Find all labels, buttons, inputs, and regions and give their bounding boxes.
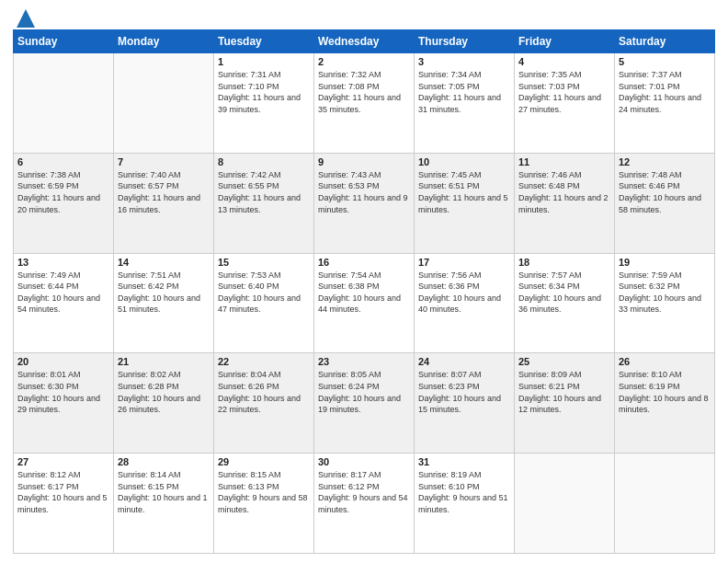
logo-arrow-icon	[15, 9, 35, 28]
day-info: Sunrise: 7:40 AM Sunset: 6:57 PM Dayligh…	[118, 169, 210, 215]
logo	[13, 9, 35, 24]
col-sunday: Sunday	[14, 30, 114, 53]
day-number: 29	[218, 456, 310, 467]
day-info: Sunrise: 8:02 AM Sunset: 6:28 PM Dayligh…	[118, 369, 210, 415]
day-info: Sunrise: 8:19 AM Sunset: 6:10 PM Dayligh…	[418, 469, 510, 515]
day-number: 5	[619, 56, 711, 67]
day-info: Sunrise: 8:01 AM Sunset: 6:30 PM Dayligh…	[17, 369, 109, 415]
col-friday: Friday	[515, 30, 615, 53]
day-number: 28	[118, 456, 210, 467]
day-number: 17	[418, 257, 510, 268]
day-number: 22	[218, 356, 310, 367]
day-number: 27	[17, 456, 109, 467]
day-info: Sunrise: 8:14 AM Sunset: 6:15 PM Dayligh…	[118, 469, 210, 515]
table-row: 4Sunrise: 7:35 AM Sunset: 7:03 PM Daylig…	[515, 53, 615, 154]
day-info: Sunrise: 7:48 AM Sunset: 6:46 PM Dayligh…	[619, 169, 711, 215]
table-row: 11Sunrise: 7:46 AM Sunset: 6:48 PM Dayli…	[515, 153, 615, 253]
col-tuesday: Tuesday	[214, 30, 314, 53]
day-info: Sunrise: 7:37 AM Sunset: 7:01 PM Dayligh…	[619, 69, 711, 115]
table-row: 1Sunrise: 7:31 AM Sunset: 7:10 PM Daylig…	[214, 53, 314, 154]
day-info: Sunrise: 8:10 AM Sunset: 6:19 PM Dayligh…	[619, 369, 711, 415]
table-row: 24Sunrise: 8:07 AM Sunset: 6:23 PM Dayli…	[415, 353, 515, 454]
calendar-page: Sunday Monday Tuesday Wednesday Thursday…	[0, 0, 728, 563]
day-info: Sunrise: 7:54 AM Sunset: 6:38 PM Dayligh…	[318, 270, 410, 316]
table-row	[615, 454, 715, 554]
calendar-header-row: Sunday Monday Tuesday Wednesday Thursday…	[14, 30, 715, 53]
table-row: 21Sunrise: 8:02 AM Sunset: 6:28 PM Dayli…	[114, 353, 214, 454]
day-info: Sunrise: 7:31 AM Sunset: 7:10 PM Dayligh…	[218, 69, 310, 115]
day-number: 19	[619, 257, 711, 268]
day-number: 26	[619, 356, 711, 367]
day-info: Sunrise: 8:09 AM Sunset: 6:21 PM Dayligh…	[518, 369, 610, 415]
table-row: 14Sunrise: 7:51 AM Sunset: 6:42 PM Dayli…	[114, 253, 214, 353]
table-row: 31Sunrise: 8:19 AM Sunset: 6:10 PM Dayli…	[415, 454, 515, 554]
day-info: Sunrise: 8:04 AM Sunset: 6:26 PM Dayligh…	[218, 369, 310, 415]
day-info: Sunrise: 7:57 AM Sunset: 6:34 PM Dayligh…	[518, 270, 610, 316]
header	[13, 9, 715, 24]
table-row	[114, 53, 214, 154]
table-row: 7Sunrise: 7:40 AM Sunset: 6:57 PM Daylig…	[114, 153, 214, 253]
day-info: Sunrise: 8:15 AM Sunset: 6:13 PM Dayligh…	[218, 469, 310, 515]
table-row: 13Sunrise: 7:49 AM Sunset: 6:44 PM Dayli…	[14, 253, 114, 353]
table-row: 8Sunrise: 7:42 AM Sunset: 6:55 PM Daylig…	[214, 153, 314, 253]
table-row: 16Sunrise: 7:54 AM Sunset: 6:38 PM Dayli…	[314, 253, 415, 353]
table-row: 2Sunrise: 7:32 AM Sunset: 7:08 PM Daylig…	[314, 53, 415, 154]
col-wednesday: Wednesday	[314, 30, 415, 53]
calendar-table: Sunday Monday Tuesday Wednesday Thursday…	[13, 29, 715, 554]
day-info: Sunrise: 7:34 AM Sunset: 7:05 PM Dayligh…	[418, 69, 510, 115]
table-row	[515, 454, 615, 554]
day-info: Sunrise: 8:17 AM Sunset: 6:12 PM Dayligh…	[318, 469, 410, 515]
day-info: Sunrise: 7:35 AM Sunset: 7:03 PM Dayligh…	[518, 69, 610, 115]
day-info: Sunrise: 7:38 AM Sunset: 6:59 PM Dayligh…	[17, 169, 109, 215]
table-row: 10Sunrise: 7:45 AM Sunset: 6:51 PM Dayli…	[415, 153, 515, 253]
day-info: Sunrise: 7:59 AM Sunset: 6:32 PM Dayligh…	[619, 270, 711, 316]
table-row: 20Sunrise: 8:01 AM Sunset: 6:30 PM Dayli…	[14, 353, 114, 454]
table-row: 12Sunrise: 7:48 AM Sunset: 6:46 PM Dayli…	[615, 153, 715, 253]
day-number: 21	[118, 356, 210, 367]
day-info: Sunrise: 8:05 AM Sunset: 6:24 PM Dayligh…	[318, 369, 410, 415]
day-info: Sunrise: 7:56 AM Sunset: 6:36 PM Dayligh…	[418, 270, 510, 316]
table-row: 29Sunrise: 8:15 AM Sunset: 6:13 PM Dayli…	[214, 454, 314, 554]
day-info: Sunrise: 7:46 AM Sunset: 6:48 PM Dayligh…	[518, 169, 610, 215]
day-number: 15	[218, 257, 310, 268]
day-number: 7	[118, 156, 210, 167]
day-number: 30	[318, 456, 410, 467]
table-row: 23Sunrise: 8:05 AM Sunset: 6:24 PM Dayli…	[314, 353, 415, 454]
table-row: 18Sunrise: 7:57 AM Sunset: 6:34 PM Dayli…	[515, 253, 615, 353]
day-info: Sunrise: 7:51 AM Sunset: 6:42 PM Dayligh…	[118, 270, 210, 316]
table-row: 28Sunrise: 8:14 AM Sunset: 6:15 PM Dayli…	[114, 454, 214, 554]
day-info: Sunrise: 7:45 AM Sunset: 6:51 PM Dayligh…	[418, 169, 510, 215]
col-thursday: Thursday	[415, 30, 515, 53]
day-number: 3	[418, 56, 510, 67]
day-number: 24	[418, 356, 510, 367]
day-number: 18	[518, 257, 610, 268]
day-number: 8	[218, 156, 310, 167]
table-row: 3Sunrise: 7:34 AM Sunset: 7:05 PM Daylig…	[415, 53, 515, 154]
day-number: 13	[17, 257, 109, 268]
table-row: 6Sunrise: 7:38 AM Sunset: 6:59 PM Daylig…	[14, 153, 114, 253]
day-number: 4	[518, 56, 610, 67]
day-number: 1	[218, 56, 310, 67]
day-number: 31	[418, 456, 510, 467]
table-row: 22Sunrise: 8:04 AM Sunset: 6:26 PM Dayli…	[214, 353, 314, 454]
day-number: 10	[418, 156, 510, 167]
table-row: 15Sunrise: 7:53 AM Sunset: 6:40 PM Dayli…	[214, 253, 314, 353]
svg-marker-0	[17, 9, 35, 28]
table-row: 17Sunrise: 7:56 AM Sunset: 6:36 PM Dayli…	[415, 253, 515, 353]
day-number: 9	[318, 156, 410, 167]
table-row: 26Sunrise: 8:10 AM Sunset: 6:19 PM Dayli…	[615, 353, 715, 454]
day-info: Sunrise: 8:12 AM Sunset: 6:17 PM Dayligh…	[17, 469, 109, 515]
day-info: Sunrise: 7:53 AM Sunset: 6:40 PM Dayligh…	[218, 270, 310, 316]
day-info: Sunrise: 7:43 AM Sunset: 6:53 PM Dayligh…	[318, 169, 410, 215]
table-row: 5Sunrise: 7:37 AM Sunset: 7:01 PM Daylig…	[615, 53, 715, 154]
col-monday: Monday	[114, 30, 214, 53]
table-row	[14, 53, 114, 154]
day-info: Sunrise: 8:07 AM Sunset: 6:23 PM Dayligh…	[418, 369, 510, 415]
day-number: 23	[318, 356, 410, 367]
table-row: 25Sunrise: 8:09 AM Sunset: 6:21 PM Dayli…	[515, 353, 615, 454]
day-number: 2	[318, 56, 410, 67]
day-info: Sunrise: 7:42 AM Sunset: 6:55 PM Dayligh…	[218, 169, 310, 215]
table-row: 19Sunrise: 7:59 AM Sunset: 6:32 PM Dayli…	[615, 253, 715, 353]
day-number: 12	[619, 156, 711, 167]
day-info: Sunrise: 7:49 AM Sunset: 6:44 PM Dayligh…	[17, 270, 109, 316]
